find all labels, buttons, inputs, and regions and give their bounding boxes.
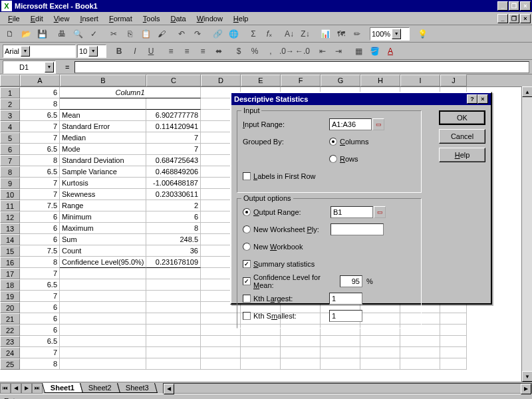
cell[interactable]: Mode <box>60 144 146 155</box>
cell[interactable]: Sample Variance <box>60 166 146 178</box>
cell[interactable] <box>146 313 201 325</box>
dialog-help-icon[interactable]: ? <box>467 94 477 104</box>
comma-icon[interactable]: , <box>263 44 278 59</box>
cell[interactable]: Mean <box>60 110 146 121</box>
cell[interactable] <box>400 358 440 370</box>
cell[interactable]: 6.5 <box>20 279 60 291</box>
cell[interactable]: -1.006488187 <box>146 178 201 189</box>
kth-largest-check[interactable] <box>243 295 251 303</box>
cell[interactable]: 0.230330611 <box>146 189 201 200</box>
row-header[interactable]: 22 <box>0 325 20 336</box>
horizontal-scrollbar[interactable]: ◀ ▶ <box>163 383 532 394</box>
sort-desc-icon[interactable]: Z↓ <box>298 27 313 41</box>
select-all-corner[interactable] <box>0 74 20 86</box>
row-header[interactable]: 1 <box>0 87 20 98</box>
cell[interactable]: 6.5 <box>20 336 60 347</box>
cell[interactable]: Column1 <box>60 87 201 98</box>
row-header[interactable]: 19 <box>0 291 20 302</box>
cell[interactable] <box>241 358 281 370</box>
scroll-up-icon[interactable]: ▲ <box>522 86 532 97</box>
menu-view[interactable]: View <box>49 13 75 24</box>
cell[interactable]: 6.5 <box>20 144 60 155</box>
save-icon[interactable]: 💾 <box>35 27 49 41</box>
row-header[interactable]: 7 <box>0 155 20 166</box>
cell[interactable] <box>146 347 201 358</box>
merge-center-icon[interactable]: ⬌ <box>211 44 226 59</box>
spelling-icon[interactable]: ✓ <box>86 27 101 41</box>
cell[interactable] <box>360 358 400 370</box>
output-range-field[interactable] <box>331 206 373 218</box>
cell[interactable]: 0.468849206 <box>146 166 201 178</box>
font-size-combo[interactable]: 10 ▼ <box>77 45 106 58</box>
cell[interactable] <box>146 268 201 279</box>
scroll-right-icon[interactable]: ▶ <box>521 384 531 394</box>
cell[interactable]: 6 <box>20 302 60 313</box>
menu-insert[interactable]: Insert <box>74 13 104 24</box>
chevron-down-icon[interactable]: ▼ <box>88 46 98 57</box>
cell[interactable]: 6 <box>20 223 60 234</box>
cell[interactable]: 0.231678109 <box>146 257 201 268</box>
font-color-icon[interactable]: A <box>383 44 398 59</box>
cell[interactable]: 36 <box>146 245 201 257</box>
col-header-F[interactable]: F <box>281 74 321 86</box>
cell[interactable] <box>440 358 467 370</box>
cell[interactable] <box>241 336 281 347</box>
cell[interactable]: 8 <box>20 257 60 268</box>
row-header[interactable]: 6 <box>0 144 20 155</box>
align-left-icon[interactable]: ≡ <box>164 44 178 59</box>
cell[interactable]: 7 <box>146 132 201 144</box>
range-select-icon[interactable]: ▭ <box>372 118 384 130</box>
row-header[interactable]: 24 <box>0 347 20 358</box>
align-right-icon[interactable]: ≡ <box>196 44 210 59</box>
confidence-check[interactable] <box>243 277 251 285</box>
columns-radio[interactable] <box>329 138 337 146</box>
cell[interactable]: 8 <box>20 98 60 110</box>
cancel-button[interactable]: Cancel <box>439 129 485 144</box>
new-icon[interactable]: 🗋 <box>3 27 17 41</box>
cell[interactable] <box>400 336 440 347</box>
col-header-G[interactable]: G <box>321 74 360 86</box>
cell[interactable] <box>60 347 146 358</box>
autosum-icon[interactable]: Σ <box>246 27 261 41</box>
confidence-field[interactable] <box>340 275 362 287</box>
col-header-A[interactable]: A <box>20 74 60 86</box>
cell[interactable] <box>360 336 400 347</box>
cell[interactable] <box>400 347 440 358</box>
cell[interactable]: Count <box>60 245 146 257</box>
cell[interactable] <box>146 291 201 302</box>
cell[interactable] <box>281 347 321 358</box>
cell[interactable]: 6 <box>20 87 60 98</box>
prev-sheet-icon[interactable]: ◀ <box>11 383 21 394</box>
undo-icon[interactable]: ↶ <box>174 27 189 41</box>
cell[interactable] <box>281 358 321 370</box>
sort-asc-icon[interactable]: A↓ <box>282 27 297 41</box>
row-header[interactable]: 12 <box>0 211 20 223</box>
cell[interactable]: 6.5 <box>20 166 60 178</box>
summary-stats-check[interactable] <box>243 260 251 268</box>
cell[interactable]: 7 <box>20 132 60 144</box>
cell[interactable] <box>321 347 360 358</box>
doc-close-button[interactable]: × <box>520 14 531 23</box>
row-header[interactable]: 4 <box>0 121 20 132</box>
col-header-H[interactable]: H <box>360 74 400 86</box>
open-icon[interactable]: 📂 <box>19 27 33 41</box>
cell[interactable]: Kurtosis <box>60 178 146 189</box>
cell[interactable]: 6 <box>20 325 60 336</box>
cell[interactable]: Maximum <box>60 223 146 234</box>
row-header[interactable]: 10 <box>0 189 20 200</box>
col-header-C[interactable]: C <box>146 74 201 86</box>
cell[interactable] <box>201 358 241 370</box>
cell[interactable]: Sum <box>60 234 146 245</box>
row-header[interactable]: 8 <box>0 166 20 178</box>
cell[interactable] <box>60 98 146 110</box>
cell[interactable] <box>146 325 201 336</box>
hyperlink-icon[interactable]: 🔗 <box>210 27 225 41</box>
row-header[interactable]: 14 <box>0 234 20 245</box>
increase-decimal-icon[interactable]: .0→ <box>279 44 294 59</box>
ok-button[interactable]: OK <box>439 110 485 125</box>
paste-icon[interactable]: 📋 <box>138 27 153 41</box>
menu-file[interactable]: File <box>3 13 25 24</box>
cut-icon[interactable]: ✂ <box>106 27 121 41</box>
zoom-combo[interactable]: 100% ▼ <box>370 27 410 41</box>
cell[interactable] <box>60 358 146 370</box>
